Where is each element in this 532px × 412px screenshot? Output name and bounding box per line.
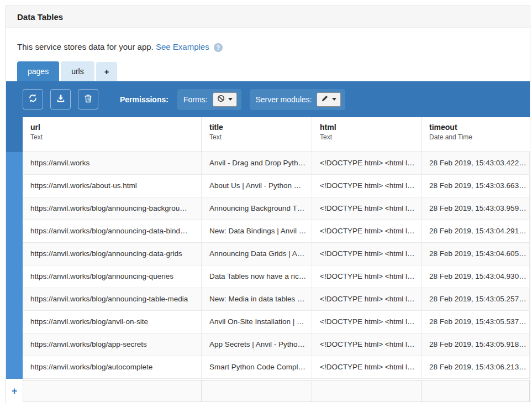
cell-timeout[interactable]: 28 Feb 2019, 15:43:03.959…	[422, 197, 530, 220]
cell-timeout[interactable]: 28 Feb 2019, 15:43:04.930…	[422, 265, 530, 288]
page-title: Data Tables	[6, 6, 530, 28]
cell-url[interactable]: https://anvil.works/blog/announcing-tabl…	[23, 288, 202, 310]
cell-title[interactable]: New: Media in data tables …	[202, 288, 312, 310]
cell-html[interactable]: <!DOCTYPE html> <html l…	[312, 175, 422, 197]
table-row[interactable]: https://anvil.works/about-us.html About …	[23, 175, 530, 197]
cell-html[interactable]: <!DOCTYPE html> <html l…	[312, 220, 422, 242]
table-row[interactable]: https://anvil.works/blog/announcing-data…	[23, 220, 530, 243]
panel-body: This service stores data for your app. S…	[6, 28, 530, 403]
cell-timeout[interactable]: 28 Feb 2019, 15:43:05.537…	[422, 311, 530, 333]
service-description: This service stores data for your app. S…	[6, 28, 530, 52]
new-cell-url[interactable]	[23, 380, 202, 402]
server-modules-permission-dropdown[interactable]	[317, 92, 341, 107]
server-modules-label: Server modules:	[256, 95, 312, 104]
gutter-rows	[6, 152, 23, 379]
forms-permission-dropdown[interactable]	[213, 92, 237, 107]
data-table: url Text title Text html Text timeout Da…	[6, 117, 530, 379]
column-header-html[interactable]: html Text	[312, 117, 422, 152]
add-table-tab[interactable]: +	[96, 62, 118, 81]
column-type: Date and Time	[429, 133, 522, 141]
column-name: title	[209, 123, 304, 132]
cell-html[interactable]: <!DOCTYPE html> <html l…	[312, 265, 422, 288]
column-header-url[interactable]: url Text	[23, 117, 202, 152]
help-icon[interactable]: ?	[214, 43, 223, 52]
see-examples-link[interactable]: See Examples	[156, 42, 209, 51]
cell-url[interactable]: https://anvil.works/blog/app-secrets	[23, 333, 202, 356]
delete-button[interactable]	[78, 89, 98, 109]
download-button[interactable]	[50, 89, 71, 109]
table-row[interactable]: https://anvil.works/blog/app-secrets App…	[23, 333, 530, 356]
cell-timeout[interactable]: 28 Feb 2019, 15:43:06.213…	[422, 356, 530, 378]
cell-title[interactable]: App Secrets | Anvil - Pytho…	[202, 333, 312, 356]
cell-title[interactable]: Smart Python Code Compl…	[202, 356, 312, 378]
column-name: html	[320, 123, 413, 132]
table-header-row: url Text title Text html Text timeout Da…	[23, 117, 530, 152]
edit-icon	[321, 95, 329, 105]
cell-timeout[interactable]: 28 Feb 2019, 15:43:05.257…	[422, 288, 530, 310]
cell-url[interactable]: https://anvil.works	[23, 152, 202, 174]
column-type: Text	[30, 133, 193, 141]
cell-timeout[interactable]: 28 Feb 2019, 15:43:04.605…	[422, 243, 530, 265]
data-tables-panel: Data Tables This service stores data for…	[6, 6, 530, 403]
table-body: https://anvil.works Anvil - Drag and Dro…	[23, 152, 530, 379]
new-cell-timeout[interactable]	[422, 380, 530, 402]
cell-url[interactable]: https://anvil.works/blog/announcing-back…	[23, 197, 202, 220]
add-row-area: +	[6, 379, 530, 403]
table-row[interactable]: https://anvil.works/blog/announcing-quer…	[23, 265, 530, 288]
cell-url[interactable]: https://anvil.works/blog/anvil-on-site	[23, 311, 202, 333]
refresh-button[interactable]	[23, 89, 43, 109]
cell-html[interactable]: <!DOCTYPE html> <html l…	[312, 356, 422, 378]
forms-label: Forms:	[183, 95, 208, 104]
new-row-placeholder[interactable]	[23, 379, 530, 403]
tab-pages[interactable]: pages	[17, 61, 59, 81]
cell-timeout[interactable]: 28 Feb 2019, 15:43:04.291…	[422, 220, 530, 242]
column-name: timeout	[429, 123, 522, 132]
cell-title[interactable]: Announcing Data Grids | A…	[202, 243, 312, 265]
table-toolbar: Permissions: Forms: Server modules:	[6, 81, 530, 117]
table-row[interactable]: https://anvil.works/blog/announcing-data…	[23, 243, 530, 265]
cell-html[interactable]: <!DOCTYPE html> <html l…	[312, 288, 422, 310]
download-icon	[56, 94, 65, 105]
cell-title[interactable]: About Us | Anvil - Python …	[202, 175, 312, 197]
table-row[interactable]: https://anvil.works/blog/autocomplete Sm…	[23, 356, 530, 379]
chevron-down-icon	[332, 98, 336, 101]
gutter-header	[6, 117, 23, 152]
add-row-button[interactable]: +	[6, 379, 23, 403]
cell-timeout[interactable]: 28 Feb 2019, 15:43:05.918…	[422, 333, 530, 356]
table-row[interactable]: https://anvil.works/blog/announcing-back…	[23, 197, 530, 220]
table-row[interactable]: https://anvil.works Anvil - Drag and Dro…	[23, 152, 530, 175]
permissions-label: Permissions:	[120, 95, 168, 104]
cell-html[interactable]: <!DOCTYPE html> <html l…	[312, 197, 422, 220]
cell-title[interactable]: Announcing Background T…	[202, 197, 312, 220]
cell-html[interactable]: <!DOCTYPE html> <html l…	[312, 311, 422, 333]
cell-title[interactable]: Data Tables now have a ric…	[202, 265, 312, 288]
refresh-icon	[28, 93, 38, 105]
forms-permission-group: Forms:	[177, 89, 241, 110]
table-grid: url Text title Text html Text timeout Da…	[23, 117, 530, 379]
server-modules-permission-group: Server modules:	[250, 89, 346, 110]
trash-icon	[84, 94, 92, 105]
service-description-text: This service stores data for your app.	[17, 42, 154, 51]
cell-title[interactable]: Anvil On-Site Installation | …	[202, 311, 312, 333]
column-type: Text	[320, 133, 413, 141]
column-header-title[interactable]: title Text	[202, 117, 312, 152]
cell-url[interactable]: https://anvil.works/blog/announcing-data…	[23, 243, 202, 265]
cell-timeout[interactable]: 28 Feb 2019, 15:43:03.663…	[422, 175, 530, 197]
cell-url[interactable]: https://anvil.works/blog/autocomplete	[23, 356, 202, 378]
new-cell-html[interactable]	[312, 380, 422, 402]
chevron-down-icon	[228, 98, 233, 101]
cell-html[interactable]: <!DOCTYPE html> <html l…	[312, 243, 422, 265]
table-row[interactable]: https://anvil.works/blog/anvil-on-site A…	[23, 311, 530, 333]
table-row[interactable]: https://anvil.works/blog/announcing-tabl…	[23, 288, 530, 311]
cell-html[interactable]: <!DOCTYPE html> <html l…	[312, 333, 422, 356]
cell-html[interactable]: <!DOCTYPE html> <html l…	[312, 152, 422, 174]
cell-title[interactable]: New: Data Bindings | Anvil …	[202, 220, 312, 242]
new-cell-title[interactable]	[202, 380, 312, 402]
cell-timeout[interactable]: 28 Feb 2019, 15:43:03.422…	[422, 152, 530, 174]
cell-title[interactable]: Anvil - Drag and Drop Pyth…	[202, 152, 312, 174]
tab-urls[interactable]: urls	[61, 61, 94, 81]
cell-url[interactable]: https://anvil.works/blog/announcing-quer…	[23, 265, 202, 288]
cell-url[interactable]: https://anvil.works/blog/announcing-data…	[23, 220, 202, 242]
cell-url[interactable]: https://anvil.works/about-us.html	[23, 175, 202, 197]
column-header-timeout[interactable]: timeout Date and Time	[422, 117, 530, 152]
